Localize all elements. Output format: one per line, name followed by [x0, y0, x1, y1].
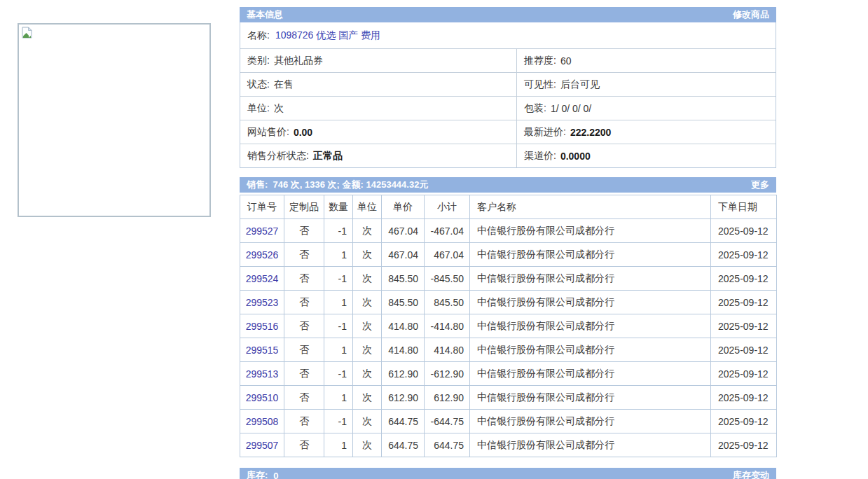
date-cell: 2025-09-12: [711, 386, 777, 410]
header-customer: 客户名称: [470, 195, 711, 219]
order-link[interactable]: 299527: [246, 225, 279, 237]
order-link[interactable]: 299508: [246, 416, 279, 427]
table-row: 299510否1次612.90612.90中信银行股份有限公司成都分行2025-…: [240, 386, 777, 410]
date-cell: 2025-09-12: [711, 219, 777, 243]
customer-cell: 中信银行股份有限公司成都分行: [470, 314, 711, 338]
order-cell: 299513: [240, 362, 284, 386]
order-cell: 299508: [240, 410, 284, 433]
analysis-status-value: 正常品: [313, 150, 343, 162]
inventory-change-link[interactable]: 库存变动: [733, 469, 769, 479]
date-cell: 2025-09-12: [711, 267, 777, 291]
order-link[interactable]: 299513: [246, 368, 279, 380]
header-custom: 定制品: [284, 195, 324, 219]
package-value: 1/ 0/ 0/ 0/: [551, 103, 591, 114]
info-row-analysis: 销售分析状态: 正常品 渠道价: 0.0000: [240, 144, 776, 167]
subtotal-cell: -612.90: [425, 362, 470, 386]
product-image-box: [18, 23, 211, 217]
basic-info-title: 基本信息: [247, 8, 283, 21]
order-link[interactable]: 299523: [246, 297, 279, 308]
sales-summary: 销售: 746 次, 1336 次; 金额: 14253444.32元: [247, 179, 428, 191]
package-label: 包装:: [524, 102, 546, 115]
category-cell: 类别: 其他礼品券: [240, 49, 517, 72]
subtotal-cell: -414.80: [425, 314, 470, 338]
visibility-cell: 可见性: 后台可见: [517, 73, 776, 96]
edit-product-link[interactable]: 修改商品: [733, 8, 769, 21]
category-value: 其他礼品券: [274, 55, 323, 67]
inventory-value: 0: [273, 471, 278, 479]
subtotal-cell: 612.90: [425, 386, 470, 410]
product-name-link[interactable]: 1098726 优选 国产 费用: [275, 29, 380, 42]
recommend-value: 60: [560, 55, 572, 67]
customer-cell: 中信银行股份有限公司成都分行: [470, 410, 711, 433]
qty-cell: -1: [324, 410, 353, 433]
custom-cell: 否: [284, 338, 324, 362]
custom-cell: 否: [284, 219, 324, 243]
order-link[interactable]: 299524: [246, 273, 279, 284]
header-order-no: 订单号: [240, 195, 284, 219]
custom-cell: 否: [284, 314, 324, 338]
qty-cell: 1: [324, 243, 353, 267]
site-price-cell: 网站售价: 0.00: [240, 120, 517, 144]
subtotal-cell: -845.50: [425, 267, 470, 291]
basic-info-header-bar: 基本信息 修改商品: [240, 7, 776, 22]
order-cell: 299516: [240, 314, 284, 338]
purchase-price-label: 最新进价:: [524, 126, 566, 139]
order-link[interactable]: 299507: [246, 440, 279, 451]
sales-header-bar: 销售: 746 次, 1336 次; 金额: 14253444.32元 更多: [240, 177, 776, 193]
channel-price-cell: 渠道价: 0.0000: [517, 144, 776, 167]
unit-cell: 次: [353, 267, 382, 291]
more-link[interactable]: 更多: [751, 179, 769, 191]
customer-cell: 中信银行股份有限公司成都分行: [470, 386, 711, 410]
qty-cell: -1: [324, 362, 353, 386]
table-row: 299523否1次845.50845.50中信银行股份有限公司成都分行2025-…: [240, 291, 777, 314]
order-cell: 299507: [240, 433, 284, 457]
subtotal-cell: 644.75: [425, 433, 470, 457]
inventory-summary: 库存: 0: [247, 469, 279, 479]
table-row: 299508否-1次644.75-644.75中信银行股份有限公司成都分行202…: [240, 410, 777, 433]
order-link[interactable]: 299510: [246, 392, 279, 403]
order-cell: 299527: [240, 219, 284, 243]
price-cell: 414.80: [382, 338, 425, 362]
price-cell: 845.50: [382, 291, 425, 314]
site-price-value: 0.00: [294, 127, 312, 138]
order-cell: 299515: [240, 338, 284, 362]
order-link[interactable]: 299526: [246, 249, 279, 261]
name-label: 名称:: [247, 29, 270, 42]
sales-table-header-row: 订单号 定制品 数量 单位 单价 小计 客户名称 下单日期: [240, 195, 777, 219]
purchase-price-value: 222.2200: [570, 127, 611, 138]
date-cell: 2025-09-12: [711, 338, 777, 362]
qty-cell: 1: [324, 386, 353, 410]
date-cell: 2025-09-12: [711, 362, 777, 386]
info-row-category: 类别: 其他礼品券 推荐度: 60: [240, 48, 776, 72]
price-cell: 644.75: [382, 433, 425, 457]
purchase-price-cell: 最新进价: 222.2200: [517, 120, 776, 144]
order-cell: 299523: [240, 291, 284, 314]
custom-cell: 否: [284, 410, 324, 433]
date-cell: 2025-09-12: [711, 410, 777, 433]
price-cell: 845.50: [382, 267, 425, 291]
customer-cell: 中信银行股份有限公司成都分行: [470, 219, 711, 243]
custom-cell: 否: [284, 291, 324, 314]
qty-cell: 1: [324, 291, 353, 314]
price-cell: 644.75: [382, 410, 425, 433]
broken-image-icon: [22, 27, 32, 39]
sales-panel: 销售: 746 次, 1336 次; 金额: 14253444.32元 更多 订…: [240, 177, 776, 457]
price-cell: 467.04: [382, 219, 425, 243]
subtotal-cell: 414.80: [425, 338, 470, 362]
analysis-status-label: 销售分析状态:: [247, 150, 309, 162]
header-price: 单价: [382, 195, 425, 219]
order-cell: 299524: [240, 267, 284, 291]
customer-cell: 中信银行股份有限公司成都分行: [470, 362, 711, 386]
date-cell: 2025-09-12: [711, 243, 777, 267]
sales-table-body: 299527否-1次467.04-467.04中信银行股份有限公司成都分行202…: [240, 219, 777, 457]
order-link[interactable]: 299516: [246, 321, 279, 332]
date-cell: 2025-09-12: [711, 433, 777, 457]
unit-cell: 次: [353, 291, 382, 314]
order-link[interactable]: 299515: [246, 345, 279, 356]
qty-cell: -1: [324, 314, 353, 338]
header-unit: 单位: [353, 195, 382, 219]
table-row: 299513否-1次612.90-612.90中信银行股份有限公司成都分行202…: [240, 362, 777, 386]
header-qty: 数量: [324, 195, 353, 219]
table-row: 299507否1次644.75644.75中信银行股份有限公司成都分行2025-…: [240, 433, 777, 457]
price-cell: 612.90: [382, 362, 425, 386]
